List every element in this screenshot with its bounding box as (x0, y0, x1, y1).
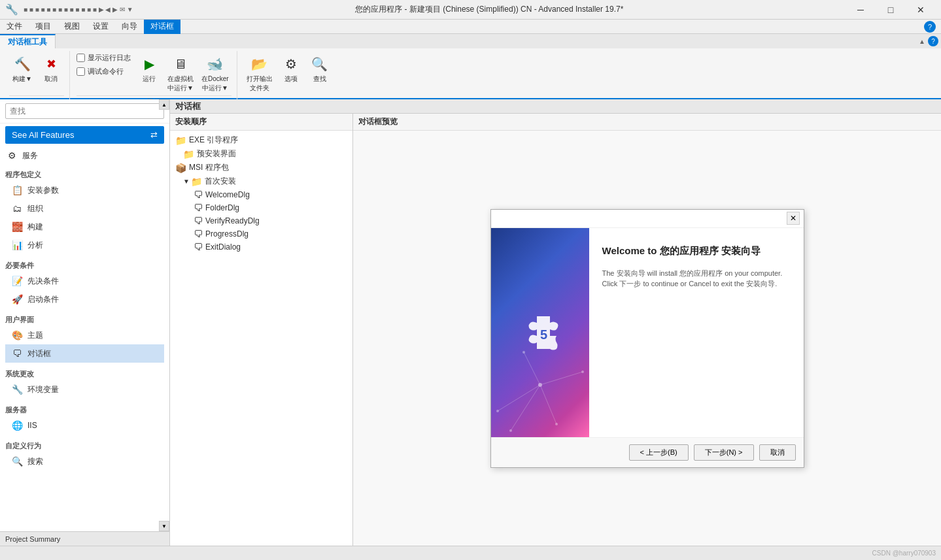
prerequisites-section: 必要条件 📝 先决条件 🚀 启动条件 (0, 255, 169, 310)
theme-icon: 🎨 (10, 329, 24, 342)
sidebar-item-dialogs[interactable]: 🗨 对话框 (5, 344, 164, 363)
options-icon: ⚙ (281, 54, 301, 74)
exe-folder-icon: 📁 (175, 135, 186, 146)
menu-dialog[interactable]: 对话框 (144, 20, 180, 34)
expand-icon: ▼ (183, 178, 190, 185)
tree-item-first-install[interactable]: ▼ 📁 首次安装 (170, 174, 352, 188)
open-output-button[interactable]: 📂 打开输出 文件夹 (244, 52, 275, 94)
launch-conditions-icon: 🚀 (10, 293, 24, 306)
tree-item-exitdialog[interactable]: 🗨 ExitDialog (170, 240, 352, 254)
run-button[interactable]: ▶ 运行 (136, 52, 162, 85)
msi-icon: 📦 (175, 163, 186, 173)
menu-file[interactable]: 文件 (0, 20, 29, 34)
svg-line-2 (540, 372, 583, 385)
menu-project[interactable]: 项目 (29, 20, 58, 34)
menu-bar: 文件 项目 视图 设置 向导 对话框 ? (0, 20, 941, 34)
tree-item-folderdlg[interactable]: 🗨 FolderDlg (170, 201, 352, 214)
status-bar: CSDN @harry070903 (0, 546, 941, 560)
options-button[interactable]: ⚙ 选项 (278, 52, 304, 85)
tree-item-progressdlg[interactable]: 🗨 ProgressDlg (170, 227, 352, 240)
help-icon[interactable]: ? (924, 21, 936, 33)
sidebar-item-search[interactable]: 🔍 搜索 (5, 452, 164, 470)
preview-back-button[interactable]: < 上一步(B) (629, 444, 689, 461)
first-install-icon: 📁 (191, 176, 202, 187)
sidebar-item-pre-conditions[interactable]: 📝 先决条件 (5, 272, 164, 290)
minimize-button[interactable]: ─ (846, 0, 876, 20)
sidebar-scroll-up[interactable]: ▲ (159, 99, 169, 110)
ribbon-tab-dialog-tools[interactable]: 对话框工具 (0, 34, 56, 48)
tree-item-pre-install[interactable]: 📁 预安装界面 (170, 147, 352, 161)
build-button[interactable]: 🔨 构建▼ (9, 52, 35, 85)
vm-run-button[interactable]: 🖥 在虚拟机 中运行▼ (165, 52, 196, 94)
menu-view[interactable]: 视图 (58, 20, 86, 34)
system-changes-section: 系统更改 🔧 环境变量 (0, 364, 169, 400)
ribbon-build-items: 🔨 构建▼ ✖ 取消 (9, 51, 64, 95)
menu-settings[interactable]: 设置 (86, 20, 115, 34)
svg-point-6 (538, 383, 542, 387)
sidebar-item-iis[interactable]: 🌐 IIS (5, 416, 164, 435)
sidebar-scroll-down[interactable]: ▼ (159, 521, 169, 531)
sidebar-item-organize[interactable]: 🗂 组织 (5, 199, 164, 218)
debug-cmd-checkbox[interactable]: 调试命令行 (77, 66, 131, 77)
sidebar-item-env-vars[interactable]: 🔧 环境变量 (5, 380, 164, 399)
tree-item-exe[interactable]: 📁 EXE 引导程序 (170, 133, 352, 147)
docker-run-button[interactable]: 🐋 在Docker 中运行▼ (199, 52, 231, 94)
preview-welcome-desc: The 安装向导 will install 您的应用程序 on your com… (602, 268, 791, 289)
split-pane: 安装顺序 📁 EXE 引导程序 📁 预安装界面 📦 (170, 114, 941, 546)
tree-item-msi[interactable]: 📦 MSI 程序包 (170, 161, 352, 174)
preview-next-button[interactable]: 下一步(N) > (694, 444, 754, 461)
help-ribbon-icon[interactable]: ? (928, 36, 938, 46)
menu-wizard[interactable]: 向导 (115, 20, 144, 34)
show-run-log-input[interactable] (77, 54, 85, 62)
services-icon: ⚙ (5, 149, 18, 162)
find-icon: 🔍 (309, 54, 330, 74)
preview-close-button[interactable]: ✕ (787, 212, 800, 225)
organize-icon: 🗂 (10, 202, 24, 215)
sidebar-scroll-area: 程序包定义 📋 安装参数 🗂 组织 🧱 构建 📊 分析 (0, 165, 169, 531)
preview-welcome-title: Welcome to 您的应用程序 安装向导 (602, 244, 791, 257)
tree-item-welcomedlg[interactable]: 🗨 WelcomeDlg (170, 188, 352, 201)
sidebar-item-install-params[interactable]: 📋 安装参数 (5, 181, 164, 199)
user-interface-section: 用户界面 🎨 主题 🗨 对话框 (0, 310, 169, 364)
svg-line-3 (540, 385, 556, 424)
close-button[interactable]: ✕ (906, 0, 936, 20)
ribbon-run-items: 显示运行日志 调试命令行 ▶ 运行 🖥 在虚拟机 中运行▼ 🐋 (77, 51, 231, 95)
show-run-log-checkbox[interactable]: 显示运行日志 (77, 52, 131, 63)
sidebar-item-build[interactable]: 🧱 构建 (5, 218, 164, 236)
toolbar-icons: ■ ■ ■ ■ ■ ■ ■ ■ ■ ■ ■ ■ ■ ▶ ◀ ▶ ✉ ▼ (24, 6, 133, 13)
system-changes-title: 系统更改 (5, 367, 164, 380)
svg-line-1 (498, 385, 540, 411)
ribbon-tabs: 对话框工具 ▲ ? (0, 34, 941, 48)
package-definition-title: 程序包定义 (5, 167, 164, 181)
preview-window: ✕ 5 (490, 209, 804, 468)
sidebar-item-analysis[interactable]: 📊 分析 (5, 236, 164, 254)
sidebar-item-theme[interactable]: 🎨 主题 (5, 326, 164, 344)
sidebar: ▲ See All Features ⇄ ⚙ 服务 程序包定义 📋 安装参数 🗂 (0, 99, 170, 546)
server-title: 服务器 (5, 403, 164, 416)
install-sequence-header: 安装顺序 (170, 114, 352, 131)
search-input[interactable] (5, 103, 164, 119)
collapse-ribbon-icon[interactable]: ▲ (919, 38, 925, 45)
project-summary-bar[interactable]: Project Summary (0, 531, 169, 546)
find-button[interactable]: 🔍 查找 (307, 52, 333, 85)
see-all-features-button[interactable]: See All Features ⇄ (5, 126, 164, 144)
maximize-button[interactable]: □ (876, 0, 906, 20)
svg-text:5: 5 (540, 327, 547, 342)
svg-point-10 (509, 429, 512, 432)
preview-left-panel: 5 (491, 228, 589, 437)
ribbon-checkboxes: 显示运行日志 调试命令行 (77, 52, 131, 77)
iis-icon: 🌐 (10, 419, 24, 432)
preview-cancel-button[interactable]: 取消 (759, 444, 796, 461)
pre-install-icon: 📁 (183, 149, 194, 159)
dialog-preview-content: ✕ 5 (353, 131, 941, 546)
dialog-preview-pane: 对话框预览 ✕ (353, 114, 941, 546)
tree-item-verifyreadydlg[interactable]: 🗨 VerifyReadyDlg (170, 214, 352, 227)
debug-cmd-input[interactable] (77, 67, 85, 76)
progressdlg-icon: 🗨 (194, 229, 203, 239)
title-bar: 🔧 ■ ■ ■ ■ ■ ■ ■ ■ ■ ■ ■ ■ ■ ▶ ◀ ▶ ✉ ▼ 您的… (0, 0, 941, 20)
install-sequence-tree: 📁 EXE 引导程序 📁 预安装界面 📦 MSI 程序包 (170, 131, 352, 256)
verifyreadydlg-icon: 🗨 (194, 216, 203, 226)
sidebar-services-item[interactable]: ⚙ 服务 (0, 146, 169, 165)
cancel-button[interactable]: ✖ 取消 (38, 52, 64, 85)
sidebar-item-launch-conditions[interactable]: 🚀 启动条件 (5, 290, 164, 308)
